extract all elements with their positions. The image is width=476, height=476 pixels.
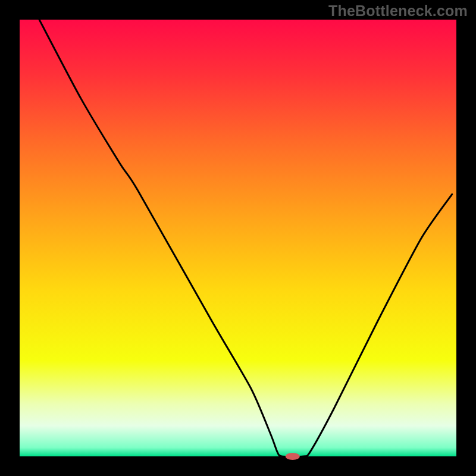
chart-frame: TheBottleneck.com	[0, 0, 476, 476]
optimal-marker	[286, 453, 300, 460]
bottleneck-chart	[0, 0, 476, 476]
plot-background	[20, 20, 456, 456]
watermark-text: TheBottleneck.com	[328, 2, 468, 20]
